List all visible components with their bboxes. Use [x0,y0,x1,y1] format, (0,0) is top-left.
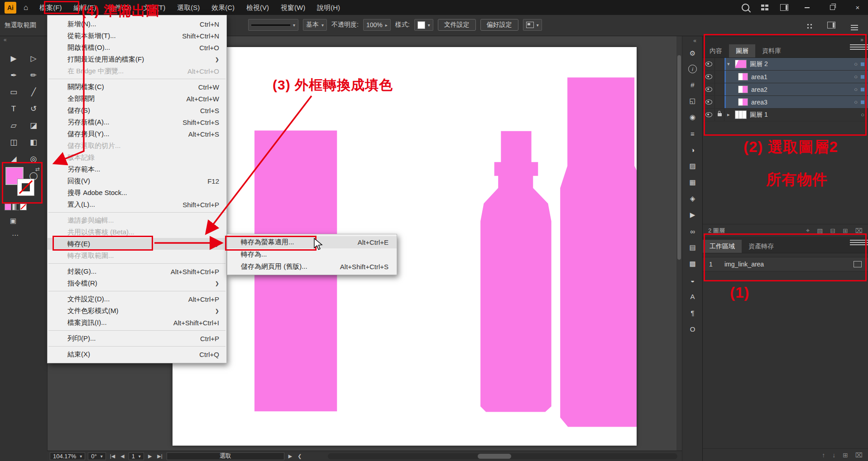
document-setup-button[interactable]: 文件設定 [438,19,476,31]
links-icon[interactable]: ∞ [687,226,698,236]
menu-item-close[interactable]: 關閉檔案(C)Ctrl+W [48,81,226,93]
asset-export-icon[interactable]: ▤ [687,242,698,252]
menu-type[interactable]: 文字(T) [137,0,171,15]
menu-item-new[interactable]: 新增(N)...Ctrl+N [48,18,226,30]
new-sublayer-icon[interactable]: ⊟ [830,227,835,234]
grid-options-icon[interactable] [806,22,812,29]
menu-item-print[interactable]: 列印(P)...Ctrl+P [48,333,226,344]
new-layer-icon[interactable]: ⊞ [843,227,848,234]
panel-menu-icon[interactable] [850,240,868,241]
menu-item-save[interactable]: 儲存(S)Ctrl+S [48,105,226,116]
rotation-select[interactable]: 0°▾ [88,452,106,460]
paragraph-icon[interactable]: ¶ [687,308,698,318]
last-artboard-button[interactable]: ▶| [156,453,163,459]
menu-view[interactable]: 檢視(V) [240,0,275,15]
visibility-toggle[interactable] [703,58,715,70]
menu-item-search-adobe-stock[interactable]: 搜尋 Adobe Stock... [48,187,226,199]
menu-item-revert[interactable]: 回復(V)F12 [48,175,226,187]
artboard-icon[interactable] [854,261,862,267]
status-expand-icon[interactable]: ▶ [287,453,293,459]
target-circle[interactable]: ○ [854,99,858,105]
minimize-button[interactable] [800,0,814,15]
tab-layers[interactable]: 圖層 [729,44,755,57]
menu-edit[interactable]: 編輯(E) [67,0,102,15]
appearance-icon[interactable]: ◉ [687,112,698,122]
color-mode-icon[interactable] [5,204,11,210]
layer-row-area2[interactable]: area2 ○ [703,83,868,96]
transform-icon[interactable]: # [687,80,698,90]
workspace-switcher-icon[interactable] [780,4,788,11]
expand-panels-icon[interactable]: « [693,38,696,44]
menu-item-save-as[interactable]: 另存新檔(A)...Shift+Ctrl+S [48,116,226,128]
menu-item-save-for-web-legacy[interactable]: 儲存為網頁用 (舊版)...Alt+Shift+Ctrl+S [227,261,397,273]
artboard-nav-select[interactable]: 1▾ [129,452,144,460]
locate-object-icon[interactable]: ⌖ [806,227,810,234]
menu-item-export-as[interactable]: 轉存為... [227,248,397,261]
collapse-panels-icon[interactable]: » [860,37,863,43]
menu-help[interactable]: 說明(H) [311,0,346,15]
lock-toggle[interactable] [715,83,724,95]
search-icon[interactable] [742,4,749,11]
menu-item-exit[interactable]: 結束(X)Ctrl+Q [48,348,226,360]
visibility-toggle[interactable] [703,109,715,121]
none-mode-icon[interactable] [20,204,27,210]
arrange-documents-icon[interactable] [761,5,768,10]
brush-definition-select[interactable]: 基本▾ [303,19,327,31]
menu-select[interactable]: 選取(S) [171,0,206,15]
menu-item-close-all[interactable]: 全部關閉Alt+Ctrl+W [48,93,226,105]
menu-file[interactable]: 檔案(F) [34,0,67,15]
menu-item-save-a-copy[interactable]: 儲存拷貝(Y)...Alt+Ctrl+S [48,128,226,140]
menu-item-package[interactable]: 封裝(G)...Alt+Shift+Ctrl+P [48,266,226,277]
actions-icon[interactable]: ▶ [687,210,698,220]
gradient-mode-icon[interactable] [12,204,19,210]
collapse-tools-icon[interactable]: « [4,37,7,43]
info-icon[interactable]: i [688,65,697,73]
vertical-scrollbar[interactable] [676,36,682,451]
lock-toggle[interactable] [715,96,724,108]
opacity-select[interactable]: 100%▸ [363,19,391,31]
menu-item-file-info[interactable]: 檔案資訊(I)...Alt+Shift+Ctrl+I [48,317,226,328]
menu-item-document-color-mode[interactable]: 文件色彩模式(M)❯ [48,305,226,317]
new-artboard-icon[interactable]: ⊞ [843,451,848,459]
artboard-row[interactable]: 1 img_link_area [703,257,868,271]
panel-layout-icon[interactable] [827,22,835,29]
chevron-right-icon[interactable]: ▸ [727,112,732,118]
menu-item-scripts[interactable]: 指令檔(R)❯ [48,277,226,289]
pen-tool[interactable]: ✒ [4,67,24,84]
control-bar-menu-icon[interactable] [851,25,858,26]
swap-fill-stroke-icon[interactable]: ⇄ [35,166,40,172]
menu-window[interactable]: 視窗(W) [275,0,311,15]
pencil-tool[interactable]: ✏ [24,67,43,84]
layer-row-area1[interactable]: area1 ○ [703,71,868,83]
tab-libraries[interactable]: 資料庫 [755,44,788,57]
vertical-scrollbar-thumb[interactable] [677,55,681,260]
horizontal-scrollbar[interactable] [328,453,677,459]
target-circle[interactable]: ○ [854,73,858,80]
delete-layer-icon[interactable]: ⌧ [855,227,863,234]
panel-menu-icon[interactable] [850,44,868,45]
horizontal-scrollbar-thumb[interactable] [478,454,511,459]
edit-toolbar-icon[interactable]: ⋯ [12,231,19,239]
type-tool[interactable]: T [4,100,24,117]
tab-artboards[interactable]: 工作區域 [703,240,742,253]
tab-properties[interactable]: 內容 [703,44,729,57]
move-up-icon[interactable]: ↑ [822,451,825,459]
close-button[interactable]: × [851,0,864,15]
swatches-icon[interactable]: ▦ [687,177,698,187]
layer-row-layer2[interactable]: ▾ 圖層 2 ○ [703,58,868,71]
pathfinder-icon[interactable]: ◱ [687,96,698,106]
arrange-icon[interactable]: ▾ [523,19,542,31]
home-icon[interactable]: ⌂ [24,3,28,12]
target-circle[interactable]: ○ [854,61,858,67]
gradient-icon[interactable]: ◑ [687,145,698,155]
zoom-select[interactable]: 104.17%▾ [50,452,85,460]
image-trace-icon[interactable]: ▩ [687,259,698,269]
line-tool[interactable]: ╱ [24,84,43,100]
lock-toggle[interactable] [715,71,724,83]
tab-asset-export[interactable]: 資產轉存 [742,240,781,253]
rotate-tool[interactable]: ↺ [24,100,43,117]
width-tool[interactable]: ◫ [4,134,24,151]
transparency-icon[interactable]: ▨ [687,161,698,171]
chevron-down-icon[interactable]: ▾ [727,61,732,67]
draw-mode-icon[interactable]: ▣ [10,217,16,225]
